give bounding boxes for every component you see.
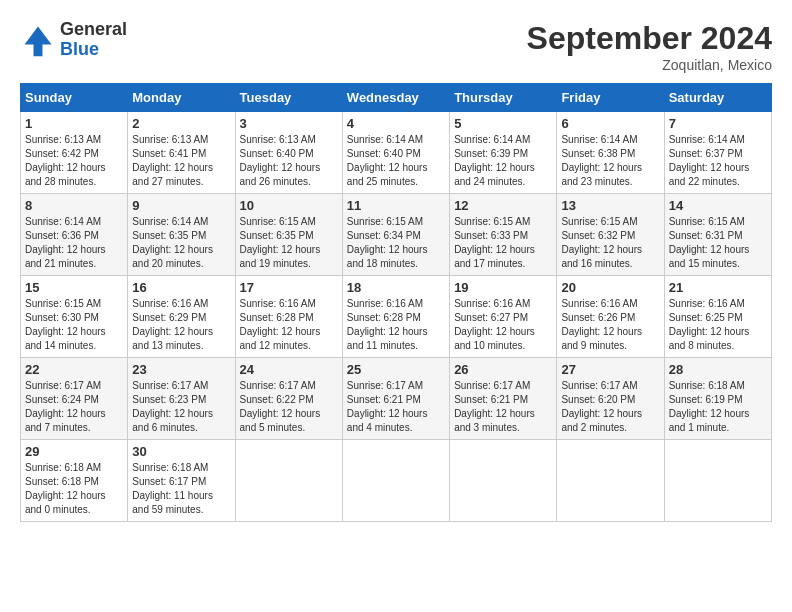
day-number: 22 (25, 362, 123, 377)
calendar-table: SundayMondayTuesdayWednesdayThursdayFrid… (20, 83, 772, 522)
day-cell: 5Sunrise: 6:14 AM Sunset: 6:39 PM Daylig… (450, 112, 557, 194)
day-cell: 16Sunrise: 6:16 AM Sunset: 6:29 PM Dayli… (128, 276, 235, 358)
day-cell: 14Sunrise: 6:15 AM Sunset: 6:31 PM Dayli… (664, 194, 771, 276)
day-cell (342, 440, 449, 522)
day-number: 28 (669, 362, 767, 377)
day-cell: 26Sunrise: 6:17 AM Sunset: 6:21 PM Dayli… (450, 358, 557, 440)
day-number: 3 (240, 116, 338, 131)
day-number: 29 (25, 444, 123, 459)
day-cell: 6Sunrise: 6:14 AM Sunset: 6:38 PM Daylig… (557, 112, 664, 194)
day-number: 23 (132, 362, 230, 377)
day-number: 9 (132, 198, 230, 213)
day-info: Sunrise: 6:16 AM Sunset: 6:25 PM Dayligh… (669, 297, 767, 353)
title-area: September 2024 Zoquitlan, Mexico (527, 20, 772, 73)
day-info: Sunrise: 6:16 AM Sunset: 6:27 PM Dayligh… (454, 297, 552, 353)
day-number: 24 (240, 362, 338, 377)
day-info: Sunrise: 6:17 AM Sunset: 6:21 PM Dayligh… (347, 379, 445, 435)
day-cell: 2Sunrise: 6:13 AM Sunset: 6:41 PM Daylig… (128, 112, 235, 194)
day-info: Sunrise: 6:18 AM Sunset: 6:17 PM Dayligh… (132, 461, 230, 517)
day-cell: 24Sunrise: 6:17 AM Sunset: 6:22 PM Dayli… (235, 358, 342, 440)
day-cell: 19Sunrise: 6:16 AM Sunset: 6:27 PM Dayli… (450, 276, 557, 358)
day-number: 17 (240, 280, 338, 295)
day-number: 16 (132, 280, 230, 295)
svg-marker-0 (25, 26, 52, 56)
day-cell: 18Sunrise: 6:16 AM Sunset: 6:28 PM Dayli… (342, 276, 449, 358)
day-number: 8 (25, 198, 123, 213)
day-cell: 25Sunrise: 6:17 AM Sunset: 6:21 PM Dayli… (342, 358, 449, 440)
week-row-2: 8Sunrise: 6:14 AM Sunset: 6:36 PM Daylig… (21, 194, 772, 276)
day-cell: 10Sunrise: 6:15 AM Sunset: 6:35 PM Dayli… (235, 194, 342, 276)
day-number: 21 (669, 280, 767, 295)
day-info: Sunrise: 6:18 AM Sunset: 6:19 PM Dayligh… (669, 379, 767, 435)
header-cell-wednesday: Wednesday (342, 84, 449, 112)
day-cell: 13Sunrise: 6:15 AM Sunset: 6:32 PM Dayli… (557, 194, 664, 276)
day-number: 11 (347, 198, 445, 213)
day-number: 5 (454, 116, 552, 131)
day-cell: 28Sunrise: 6:18 AM Sunset: 6:19 PM Dayli… (664, 358, 771, 440)
logo-text: General Blue (60, 20, 127, 60)
day-info: Sunrise: 6:17 AM Sunset: 6:20 PM Dayligh… (561, 379, 659, 435)
day-cell: 4Sunrise: 6:14 AM Sunset: 6:40 PM Daylig… (342, 112, 449, 194)
logo-line1: General (60, 20, 127, 40)
day-number: 25 (347, 362, 445, 377)
day-info: Sunrise: 6:14 AM Sunset: 6:39 PM Dayligh… (454, 133, 552, 189)
day-number: 26 (454, 362, 552, 377)
day-cell (664, 440, 771, 522)
header-cell-friday: Friday (557, 84, 664, 112)
header-cell-tuesday: Tuesday (235, 84, 342, 112)
day-cell: 3Sunrise: 6:13 AM Sunset: 6:40 PM Daylig… (235, 112, 342, 194)
day-info: Sunrise: 6:17 AM Sunset: 6:22 PM Dayligh… (240, 379, 338, 435)
header-cell-sunday: Sunday (21, 84, 128, 112)
day-cell: 21Sunrise: 6:16 AM Sunset: 6:25 PM Dayli… (664, 276, 771, 358)
header-cell-monday: Monday (128, 84, 235, 112)
day-cell (557, 440, 664, 522)
day-info: Sunrise: 6:13 AM Sunset: 6:42 PM Dayligh… (25, 133, 123, 189)
day-cell: 30Sunrise: 6:18 AM Sunset: 6:17 PM Dayli… (128, 440, 235, 522)
day-number: 27 (561, 362, 659, 377)
day-number: 18 (347, 280, 445, 295)
day-info: Sunrise: 6:15 AM Sunset: 6:30 PM Dayligh… (25, 297, 123, 353)
day-info: Sunrise: 6:17 AM Sunset: 6:21 PM Dayligh… (454, 379, 552, 435)
day-cell: 15Sunrise: 6:15 AM Sunset: 6:30 PM Dayli… (21, 276, 128, 358)
day-number: 7 (669, 116, 767, 131)
day-number: 6 (561, 116, 659, 131)
day-number: 2 (132, 116, 230, 131)
day-cell: 29Sunrise: 6:18 AM Sunset: 6:18 PM Dayli… (21, 440, 128, 522)
day-info: Sunrise: 6:16 AM Sunset: 6:28 PM Dayligh… (240, 297, 338, 353)
day-info: Sunrise: 6:15 AM Sunset: 6:31 PM Dayligh… (669, 215, 767, 271)
day-number: 13 (561, 198, 659, 213)
day-cell: 17Sunrise: 6:16 AM Sunset: 6:28 PM Dayli… (235, 276, 342, 358)
header-cell-saturday: Saturday (664, 84, 771, 112)
day-cell (450, 440, 557, 522)
day-cell: 7Sunrise: 6:14 AM Sunset: 6:37 PM Daylig… (664, 112, 771, 194)
day-number: 14 (669, 198, 767, 213)
day-info: Sunrise: 6:16 AM Sunset: 6:29 PM Dayligh… (132, 297, 230, 353)
day-cell: 27Sunrise: 6:17 AM Sunset: 6:20 PM Dayli… (557, 358, 664, 440)
day-info: Sunrise: 6:14 AM Sunset: 6:35 PM Dayligh… (132, 215, 230, 271)
day-cell: 12Sunrise: 6:15 AM Sunset: 6:33 PM Dayli… (450, 194, 557, 276)
day-cell: 9Sunrise: 6:14 AM Sunset: 6:35 PM Daylig… (128, 194, 235, 276)
day-number: 20 (561, 280, 659, 295)
week-row-5: 29Sunrise: 6:18 AM Sunset: 6:18 PM Dayli… (21, 440, 772, 522)
day-info: Sunrise: 6:15 AM Sunset: 6:32 PM Dayligh… (561, 215, 659, 271)
day-info: Sunrise: 6:16 AM Sunset: 6:28 PM Dayligh… (347, 297, 445, 353)
day-info: Sunrise: 6:15 AM Sunset: 6:35 PM Dayligh… (240, 215, 338, 271)
week-row-1: 1Sunrise: 6:13 AM Sunset: 6:42 PM Daylig… (21, 112, 772, 194)
day-cell: 1Sunrise: 6:13 AM Sunset: 6:42 PM Daylig… (21, 112, 128, 194)
day-number: 12 (454, 198, 552, 213)
day-cell: 11Sunrise: 6:15 AM Sunset: 6:34 PM Dayli… (342, 194, 449, 276)
day-info: Sunrise: 6:14 AM Sunset: 6:40 PM Dayligh… (347, 133, 445, 189)
day-info: Sunrise: 6:13 AM Sunset: 6:41 PM Dayligh… (132, 133, 230, 189)
location: Zoquitlan, Mexico (527, 57, 772, 73)
day-info: Sunrise: 6:15 AM Sunset: 6:34 PM Dayligh… (347, 215, 445, 271)
header-row: SundayMondayTuesdayWednesdayThursdayFrid… (21, 84, 772, 112)
week-row-3: 15Sunrise: 6:15 AM Sunset: 6:30 PM Dayli… (21, 276, 772, 358)
day-cell: 23Sunrise: 6:17 AM Sunset: 6:23 PM Dayli… (128, 358, 235, 440)
logo: General Blue (20, 20, 127, 60)
week-row-4: 22Sunrise: 6:17 AM Sunset: 6:24 PM Dayli… (21, 358, 772, 440)
day-number: 1 (25, 116, 123, 131)
logo-line2: Blue (60, 40, 127, 60)
day-info: Sunrise: 6:14 AM Sunset: 6:37 PM Dayligh… (669, 133, 767, 189)
day-cell: 20Sunrise: 6:16 AM Sunset: 6:26 PM Dayli… (557, 276, 664, 358)
day-cell: 8Sunrise: 6:14 AM Sunset: 6:36 PM Daylig… (21, 194, 128, 276)
